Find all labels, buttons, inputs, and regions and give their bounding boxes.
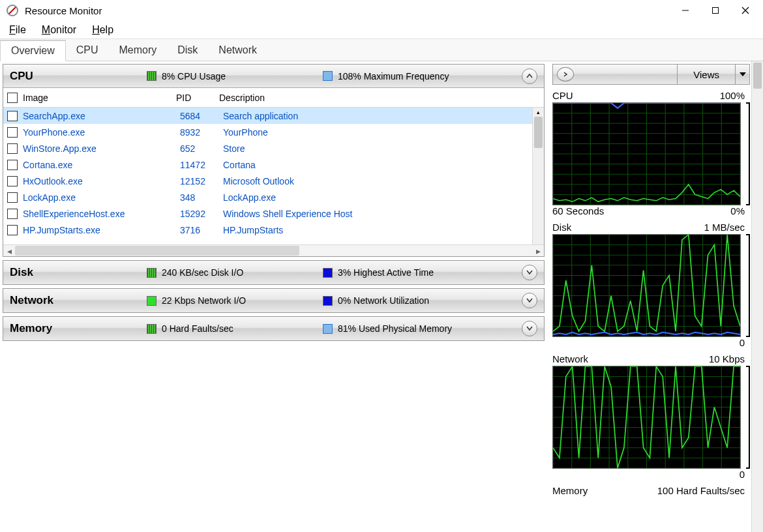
section-header-cpu[interactable]: CPU 8% CPU Usage 108% Maximum Frequency [3,65,544,88]
table-row[interactable]: LockApp.exe348LockApp.exe [3,189,532,205]
network-io-swatch [147,296,157,306]
cell-image: HxOutlook.exe [23,176,180,186]
cell-pid: 11472 [180,160,223,170]
row-checkbox[interactable] [7,209,18,219]
right-scroll-thumb[interactable] [753,63,762,89]
svg-rect-1 [713,8,719,14]
menu-file[interactable]: File [4,23,31,37]
table-hscroll[interactable]: ◂ ▸ [3,244,544,256]
collapse-cpu-button[interactable] [522,68,537,84]
chart-cpu-canvas [552,102,741,205]
chart-cpu-max: 100% [720,90,745,101]
chart-network: Network 10 Kbps 0 [552,353,750,480]
select-all-checkbox[interactable] [7,93,18,103]
cell-description: Cortana [223,160,532,170]
row-checkbox[interactable] [7,143,18,154]
views-bar: Views [552,64,750,85]
chart-cpu-min: 0% [730,205,745,216]
tab-disk[interactable]: Disk [167,39,208,61]
svg-marker-4 [740,72,746,76]
table-row[interactable]: HxOutlook.exe12152Microsoft Outlook [3,173,532,189]
tab-overview[interactable]: Overview [0,40,66,61]
row-checkbox[interactable] [7,176,18,186]
maximize-button[interactable] [700,0,730,21]
section-header-memory[interactable]: Memory 0 Hard Faults/sec 81% Used Physic… [3,317,544,340]
tab-memory[interactable]: Memory [108,39,167,61]
views-prev-button[interactable] [557,67,574,81]
cell-description: HP.JumpStarts [223,225,532,235]
table-row[interactable]: ShellExperienceHost.exe15292Windows Shel… [3,205,532,222]
chart-cpu: CPU 100% 60 Seconds 0% [552,90,750,216]
table-row[interactable]: HP.JumpStarts.exe3716HP.JumpStarts [3,222,532,238]
minimize-button[interactable] [670,0,700,21]
table-row[interactable]: SearchApp.exe5684Search application [3,108,532,124]
network-util-swatch [323,296,333,306]
views-dropdown[interactable]: Views [677,65,749,84]
views-dropdown-arrow[interactable] [735,65,749,84]
cell-image: Cortana.exe [23,160,180,170]
disk-active-swatch [323,268,333,278]
chart-cpu-title: CPU [552,90,573,101]
scroll-left-icon[interactable]: ◂ [3,246,15,256]
cell-image: HP.JumpStarts.exe [23,225,180,235]
table-row[interactable]: Cortana.exe11472Cortana [3,156,532,173]
section-memory: Memory 0 Hard Faults/sec 81% Used Physic… [3,316,545,341]
section-title-disk: Disk [10,266,147,279]
close-button[interactable] [730,0,760,21]
tab-cpu[interactable]: CPU [66,39,109,61]
chart-disk-title: Disk [552,222,571,233]
section-cpu: CPU 8% CPU Usage 108% Maximum Frequency [3,64,545,257]
right-pane-scrollbar[interactable] [751,61,763,532]
cell-description: Search application [223,111,532,121]
chart-disk-canvas [552,234,741,337]
section-header-network[interactable]: Network 22 Kbps Network I/O 0% Network U… [3,289,544,312]
titlebar: Resource Monitor [0,0,763,21]
col-header-pid[interactable]: PID [176,93,219,103]
bracket-icon [746,234,750,337]
chart-network-canvas [552,366,741,469]
table-row[interactable]: WinStore.App.exe652Store [3,140,532,156]
cell-pid: 652 [180,143,223,154]
tab-network[interactable]: Network [208,39,267,61]
cell-pid: 348 [180,192,223,203]
bracket-icon [746,366,750,469]
disk-active-text: 3% Highest Active Time [338,267,434,278]
menu-monitor[interactable]: Monitor [37,23,82,37]
row-checkbox[interactable] [7,160,18,170]
table-header: Image PID Description [3,88,544,108]
expand-memory-button[interactable] [522,321,537,336]
vscroll-thumb[interactable] [534,117,543,148]
table-vscroll[interactable]: ▴ [532,108,544,244]
chart-network-title: Network [552,353,588,364]
section-title-network: Network [10,294,147,307]
process-table: Image PID Description SearchApp.exe5684S… [3,88,544,256]
row-checkbox[interactable] [7,225,18,235]
row-checkbox[interactable] [7,127,18,138]
col-header-image[interactable]: Image [3,93,176,103]
memory-faults-text: 0 Hard Faults/sec [162,323,233,334]
cell-image: SearchApp.exe [23,111,180,121]
cell-image: YourPhone.exe [23,127,180,138]
expand-disk-button[interactable] [522,265,537,280]
row-checkbox[interactable] [7,192,18,203]
chart-disk-max: 1 MB/sec [704,222,745,233]
cell-pid: 15292 [180,209,223,219]
chart-memory: Memory 100 Hard Faults/sec [552,485,750,496]
table-row[interactable]: YourPhone.exe8932YourPhone [3,124,532,140]
memory-used-text: 81% Used Physical Memory [338,323,452,334]
cpu-usage-text: 8% CPU Usage [162,71,226,81]
cpu-freq-swatch [323,71,333,81]
expand-network-button[interactable] [522,293,537,308]
scroll-right-icon[interactable]: ▸ [532,246,544,256]
cell-image: ShellExperienceHost.exe [23,209,180,219]
row-checkbox[interactable] [7,111,18,121]
scroll-up-icon[interactable]: ▴ [533,108,544,117]
hscroll-thumb[interactable] [15,246,299,256]
menu-help[interactable]: Help [87,23,119,37]
chart-disk-min: 0 [740,337,745,348]
section-network: Network 22 Kbps Network I/O 0% Network U… [3,288,545,313]
section-header-disk[interactable]: Disk 240 KB/sec Disk I/O 3% Highest Acti… [3,261,544,284]
chart-memory-max: 100 Hard Faults/sec [657,485,745,496]
tabbar: Overview CPU Memory Disk Network [0,39,763,61]
col-header-description[interactable]: Description [219,93,532,103]
